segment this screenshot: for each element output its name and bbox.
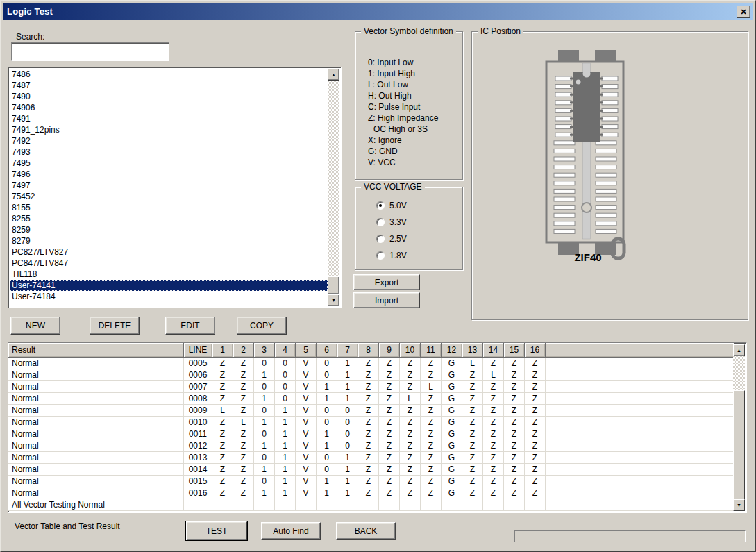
search-input[interactable] [11, 42, 169, 61]
line-cell: 0010 [184, 417, 212, 428]
pin-cell: G [442, 428, 462, 440]
table-scrollbar[interactable]: ▲ ▼ [733, 344, 745, 511]
filler-cell [546, 476, 734, 487]
filler-cell [546, 452, 734, 464]
pin-cell: V [296, 476, 317, 487]
pin-cell: 1 [275, 476, 296, 487]
radio-option-1.8V[interactable]: 1.8V [355, 247, 462, 264]
radio-option-2.5V[interactable]: 2.5V [355, 231, 462, 247]
titlebar[interactable]: Logic Test ✕ [3, 3, 753, 20]
vector-symbol-list: 0: Input Low1: Input HighL: Out LowH: Ou… [355, 57, 462, 168]
pin-cell: L [212, 405, 233, 417]
pin-cell: 0 [337, 440, 358, 452]
radio-option-5.0V[interactable]: 5.0V [355, 197, 462, 214]
pin-cell: Z [358, 476, 379, 487]
pin-cell: Z [400, 440, 421, 452]
list-item[interactable]: 7493 [10, 147, 328, 158]
vector-symbol-group: Vector Symbol definition 0: Input Low1: … [355, 31, 463, 180]
list-item[interactable]: 8155 [10, 202, 328, 213]
pin-cell: 0 [275, 358, 296, 369]
copy-button[interactable]: COPY [237, 317, 287, 335]
list-item[interactable]: 7490 [10, 91, 328, 102]
back-button[interactable]: BACK [336, 522, 396, 540]
close-button[interactable]: ✕ [737, 6, 750, 18]
ic-listbox[interactable]: 7486748774907490674917491_12pins74927493… [8, 67, 342, 308]
pin-cell: Z [525, 405, 546, 417]
pin-cell: Z [462, 440, 483, 452]
vector-symbol-line: OC High or 3S [355, 124, 462, 135]
list-item[interactable]: PC827/LTV827 [10, 246, 328, 258]
pin-cell: 0 [337, 405, 358, 417]
list-item[interactable]: 7497 [10, 180, 328, 191]
pin-cell: 1 [337, 464, 358, 476]
column-header: 9 [379, 343, 400, 358]
pin-cell: Z [504, 381, 525, 393]
table-row: Normal0011ZZ01V10ZZZZGZZZZ [8, 428, 734, 440]
auto-find-button[interactable]: Auto Find [261, 522, 321, 540]
list-item[interactable]: 7491_12pins [10, 124, 328, 135]
pin-cell: Z [421, 487, 442, 499]
scroll-down-button[interactable]: ▼ [733, 499, 745, 511]
pin-cell: Z [233, 358, 254, 369]
import-button[interactable]: Import [353, 292, 420, 308]
pin-cell: Z [483, 381, 504, 393]
list-item[interactable]: User-74141 [10, 280, 328, 291]
export-button[interactable]: Export [353, 274, 420, 290]
filler-cell [546, 369, 734, 381]
scroll-thumb[interactable] [328, 276, 339, 294]
list-item[interactable]: 7496 [10, 169, 328, 180]
test-button[interactable]: TEST [186, 521, 247, 540]
list-item[interactable]: 8255 [10, 213, 328, 224]
pin-cell [504, 499, 525, 511]
list-item[interactable]: User-74184 [10, 291, 328, 302]
list-item[interactable]: 7491 [10, 113, 328, 124]
table-row: Normal0015ZZ01V11ZZZZGZZZZ [8, 476, 734, 487]
pin-cell: Z [504, 476, 525, 487]
pin-cell: 1 [275, 417, 296, 428]
list-item[interactable]: 74906 [10, 102, 328, 113]
list-scrollbar[interactable]: ▲ ▼ [328, 69, 339, 306]
pin-cell: 0 [337, 428, 358, 440]
pin-cell: Z [483, 428, 504, 440]
list-item[interactable]: 7487 [10, 80, 328, 91]
pin-cell: Z [483, 393, 504, 405]
radio-option-3.3V[interactable]: 3.3V [355, 214, 462, 231]
list-item[interactable]: 8279 [10, 235, 328, 246]
column-header: 11 [421, 343, 442, 358]
pin-cell: Z [379, 440, 400, 452]
column-header: 4 [275, 343, 296, 358]
pin-cell: Z [525, 476, 546, 487]
list-item[interactable]: 75452 [10, 191, 328, 202]
new-button[interactable]: NEW [10, 317, 60, 335]
pin-cell: L [462, 358, 483, 369]
list-item[interactable]: 8259 [10, 224, 328, 235]
pin-cell: 0 [317, 464, 337, 476]
pin-cell: G [442, 393, 462, 405]
list-item[interactable]: 7492 [10, 135, 328, 147]
table-row: Normal0006ZZ10V01ZZZZGZLZZ [8, 369, 734, 381]
scroll-up-button[interactable]: ▲ [733, 344, 745, 356]
list-item[interactable]: TIL118 [10, 269, 328, 280]
result-cell: Normal [8, 452, 184, 464]
pin-cell: Z [462, 405, 483, 417]
pin-cell: 1 [254, 369, 275, 381]
scroll-up-button[interactable]: ▲ [328, 69, 339, 81]
pin-cell: Z [462, 476, 483, 487]
pin-cell: Z [462, 428, 483, 440]
pin-cell: Z [421, 358, 442, 369]
edit-button[interactable]: EDIT [165, 317, 215, 335]
test-button-label: TEST [206, 526, 228, 536]
pin-cell: Z [421, 393, 442, 405]
pin-cell: Z [379, 369, 400, 381]
pin-cell: Z [400, 405, 421, 417]
delete-button[interactable]: DELETE [90, 317, 140, 335]
pin-cell: Z [358, 440, 379, 452]
scroll-thumb[interactable] [733, 390, 745, 500]
pin-cell: Z [483, 487, 504, 499]
list-item[interactable]: PC847/LTV847 [10, 258, 328, 269]
pin-cell: Z [358, 417, 379, 428]
list-item[interactable]: 7486 [10, 69, 328, 80]
list-item[interactable]: 7495 [10, 158, 328, 169]
scroll-down-button[interactable]: ▼ [328, 294, 339, 306]
pin-cell: Z [483, 417, 504, 428]
